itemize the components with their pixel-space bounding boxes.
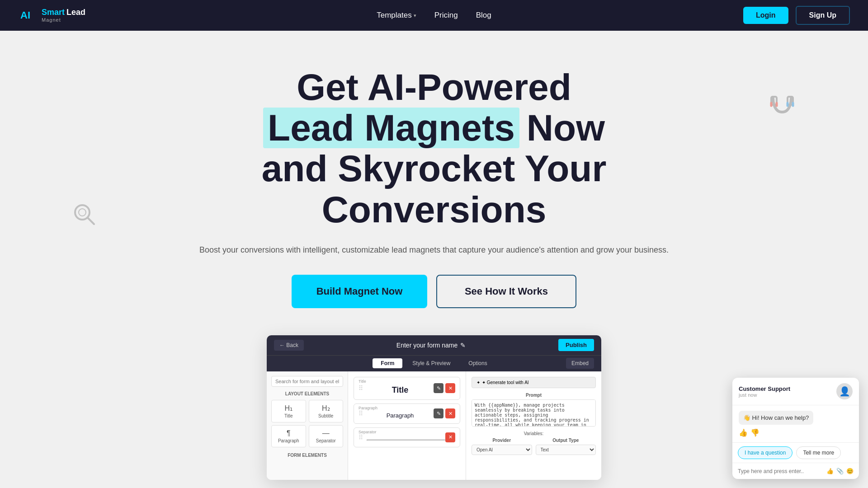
app-element-search[interactable]: [271, 376, 343, 387]
logo[interactable]: AI Smart Lead Magnet: [18, 6, 85, 25]
nav-pricing[interactable]: Pricing: [434, 11, 458, 20]
provider-label: Provider: [472, 438, 532, 443]
element-title[interactable]: H₁ Title: [271, 400, 306, 422]
variables-label: Variables:: [472, 431, 596, 436]
chat-time: just now: [739, 392, 790, 398]
nav-center: Templates ▾ Pricing Blog: [377, 11, 491, 20]
logo-lead: Lead: [66, 8, 85, 17]
chat-reply-icons: 👍 👎: [739, 428, 853, 437]
h2-icon: H₂: [311, 404, 341, 413]
drag-handle-icon[interactable]: ⠿: [359, 434, 363, 441]
chat-input[interactable]: [738, 468, 823, 474]
layout-elements-grid: H₁ Title H₂ Subtitle ¶ Paragraph — Separ…: [271, 400, 343, 447]
form-block-title: ⠿ Title Title ✎ ✕: [354, 377, 460, 400]
paragraph-icon: ¶: [274, 429, 304, 437]
app-topbar: ← Back Enter your form name ✎ Publish: [267, 335, 601, 355]
app-tab-form[interactable]: Form: [373, 358, 402, 368]
output-type-label: Output Type: [536, 438, 596, 443]
app-sidebar: Layout Elements H₁ Title H₂ Subtitle ¶ P…: [267, 371, 348, 480]
block-delete-button[interactable]: ✕: [445, 432, 455, 442]
app-tab-style[interactable]: Style & Preview: [404, 358, 458, 368]
block-actions: ✕: [445, 432, 455, 442]
chat-bubble: 👋 Hi! How can we help?: [739, 411, 813, 425]
app-form-title: Enter your form name ✎: [396, 342, 466, 349]
provider-select[interactable]: Open AI: [472, 445, 532, 455]
edit-icon: ✎: [460, 342, 466, 349]
navbar: AI Smart Lead Magnet Templates ▾ Pricing…: [0, 0, 868, 31]
app-main-canvas: ⠿ Title Title ✎ ✕ ⠿ Paragraph Parag: [348, 371, 466, 480]
app-tab-options[interactable]: Options: [460, 358, 495, 368]
hero-subtitle: Boost your conversions with intelligent,…: [18, 244, 850, 257]
thumbs-up-icon[interactable]: 👍: [739, 428, 748, 437]
avatar: 👤: [836, 383, 853, 399]
form-block-paragraph: ⠿ Paragraph Paragraph ✎ ✕: [354, 404, 460, 424]
thumbs-down-icon[interactable]: 👎: [750, 428, 760, 437]
signup-button[interactable]: Sign Up: [796, 6, 850, 25]
drag-handle-icon[interactable]: ⠿: [359, 385, 363, 392]
block-type-label: Paragraph: [359, 406, 377, 410]
drag-handle-icon[interactable]: ⠿: [359, 410, 363, 417]
chat-widget: Customer Support just now 👤 👋 Hi! How ca…: [732, 378, 859, 479]
chat-actions: I have a question Tell me more: [732, 443, 859, 463]
app-publish-button[interactable]: Publish: [558, 339, 594, 351]
element-separator[interactable]: — Separator: [309, 425, 344, 447]
hero-buttons: Build Magnet Now See How It Works: [18, 275, 850, 308]
generate-ai-button[interactable]: ✦ ✦ Generate tool with AI: [472, 377, 596, 388]
prompt-label: Prompt: [472, 393, 596, 398]
svg-point-9: [79, 209, 86, 216]
hero-title: Get AI-Powered Lead Magnets Now and Skyr…: [18, 67, 850, 230]
block-title-content: Title: [367, 385, 434, 395]
attachment-icon[interactable]: 📎: [836, 468, 844, 474]
logo-icon: AI: [18, 6, 37, 25]
variables-selects: Provider Open AI Output Type Text: [472, 438, 596, 455]
block-actions: ✎ ✕: [434, 408, 455, 418]
block-edit-button[interactable]: ✎: [434, 383, 443, 393]
output-type-group: Output Type Text: [536, 438, 596, 455]
search-decoration-icon: [72, 202, 97, 227]
logo-text: Smart Lead Magnet: [42, 8, 85, 23]
block-edit-button[interactable]: ✎: [434, 408, 443, 418]
hero-title-highlight: Lead Magnets: [263, 108, 519, 148]
chat-question-button[interactable]: I have a question: [738, 446, 793, 459]
block-type-label: Title: [359, 379, 366, 384]
chat-tell-more-button[interactable]: Tell me more: [796, 446, 841, 459]
logo-smart: Smart: [42, 8, 65, 17]
chat-input-area: 👍 📎 😊: [732, 463, 859, 479]
element-subtitle[interactable]: H₂ Subtitle: [309, 400, 344, 422]
chat-input-icons: 👍 📎 😊: [826, 468, 854, 474]
emoji-icon[interactable]: 😊: [846, 468, 854, 474]
block-delete-button[interactable]: ✕: [445, 408, 455, 418]
svg-text:AI: AI: [20, 9, 30, 21]
login-button[interactable]: Login: [743, 7, 788, 24]
block-paragraph-content: Paragraph: [367, 412, 434, 419]
chevron-down-icon: ▾: [414, 13, 416, 19]
form-block-separator: ⠿ Separator ✕: [354, 427, 460, 447]
app-tabs: Form Style & Preview Options Embed: [267, 355, 601, 371]
element-paragraph[interactable]: ¶ Paragraph: [271, 425, 306, 447]
prompt-textarea[interactable]: With {{appName}}, manage projects seamle…: [472, 399, 596, 427]
ai-star-icon: ✦: [476, 380, 480, 385]
form-section-title: Form Elements: [271, 453, 343, 458]
build-magnet-button[interactable]: Build Magnet Now: [292, 275, 427, 308]
nav-templates[interactable]: Templates ▾: [377, 11, 416, 20]
app-back-button[interactable]: ← Back: [274, 340, 304, 351]
block-delete-button[interactable]: ✕: [445, 383, 455, 393]
block-actions: ✎ ✕: [434, 383, 455, 393]
navbar-right: Login Sign Up: [743, 6, 850, 25]
chat-header: Customer Support just now 👤: [732, 378, 859, 405]
chat-message: 👋 Hi! How can we help? 👍 👎: [732, 405, 859, 443]
h1-icon: H₁: [274, 404, 304, 413]
nav-blog[interactable]: Blog: [476, 11, 491, 20]
separator-icon: —: [311, 429, 341, 437]
logo-magnet: Magnet: [42, 17, 85, 23]
output-type-select[interactable]: Text: [536, 445, 596, 455]
app-embed-button[interactable]: Embed: [566, 358, 594, 369]
chat-support-title: Customer Support: [739, 385, 790, 392]
magnet-decoration-icon: [769, 94, 796, 126]
block-type-label: Separator: [359, 430, 377, 434]
app-right-panel: ✦ ✦ Generate tool with AI Prompt With {{…: [466, 371, 601, 480]
chat-header-info: Customer Support just now: [739, 385, 790, 398]
app-body: Layout Elements H₁ Title H₂ Subtitle ¶ P…: [267, 371, 601, 480]
see-how-it-works-button[interactable]: See How It Works: [436, 275, 576, 308]
thumbs-up-send-icon[interactable]: 👍: [826, 468, 834, 474]
